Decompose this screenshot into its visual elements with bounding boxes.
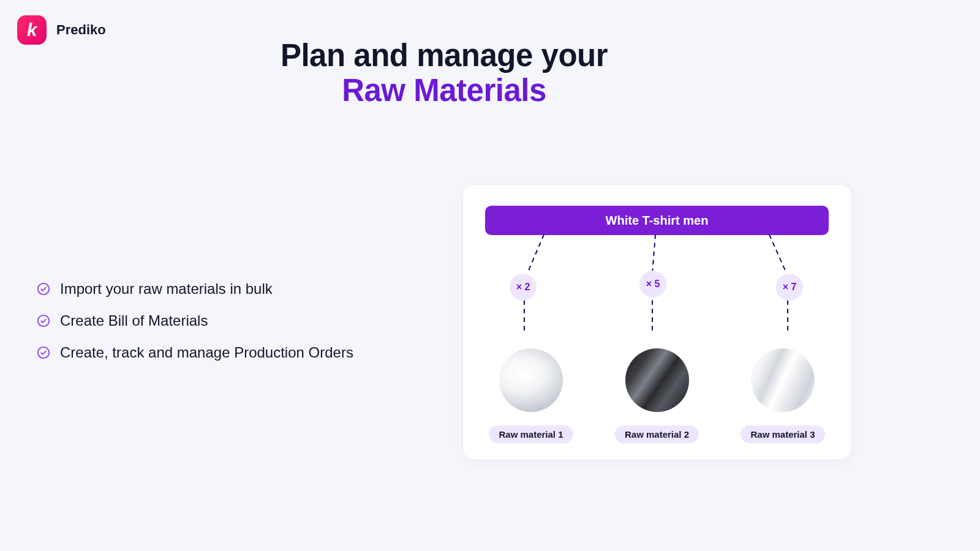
bom-diagram-card: White T-shirt men × 2 × 5 × 7 Raw materi… — [462, 184, 851, 460]
feature-item: Create, track and manage Production Orde… — [37, 344, 353, 361]
check-circle-icon — [37, 346, 50, 359]
quantity-value: × 5 — [646, 279, 660, 290]
feature-text: Create Bill of Materials — [60, 312, 208, 329]
feature-list: Import your raw materials in bulk Create… — [37, 280, 353, 361]
brand-name: Prediko — [56, 22, 106, 38]
svg-point-2 — [38, 347, 49, 358]
product-name: White T-shirt men — [606, 214, 709, 228]
feature-item: Create Bill of Materials — [37, 312, 353, 329]
material-label: Raw material 2 — [615, 425, 699, 443]
material-item: Raw material 1 — [485, 348, 577, 443]
svg-point-1 — [38, 315, 49, 326]
quantity-badge: × 7 — [776, 274, 803, 301]
material-swatch-icon — [499, 348, 563, 412]
quantity-badge: × 2 — [510, 274, 537, 301]
material-label: Raw material 1 — [489, 425, 573, 443]
quantity-value: × 7 — [783, 282, 797, 293]
product-pill: White T-shirt men — [485, 206, 829, 235]
brand-glyph: k — [27, 20, 37, 40]
check-circle-icon — [37, 314, 50, 328]
check-circle-icon — [37, 282, 50, 296]
feature-text: Create, track and manage Production Orde… — [60, 344, 353, 361]
quantity-value: × 2 — [516, 282, 530, 293]
material-swatch-icon — [625, 348, 689, 412]
material-item: Raw material 3 — [737, 348, 829, 443]
materials-row: Raw material 1 Raw material 2 Raw materi… — [485, 348, 829, 443]
material-item: Raw material 2 — [611, 348, 703, 443]
material-swatch-icon — [751, 348, 815, 412]
headline-line-1: Plan and manage your — [0, 38, 888, 73]
page-headline: Plan and manage your Raw Materials — [0, 38, 888, 108]
feature-item: Import your raw materials in bulk — [37, 280, 353, 298]
svg-point-0 — [38, 283, 49, 294]
quantity-badge: × 5 — [639, 271, 666, 298]
headline-line-2: Raw Materials — [0, 73, 888, 108]
feature-text: Import your raw materials in bulk — [60, 280, 273, 298]
material-label: Raw material 3 — [741, 425, 824, 443]
